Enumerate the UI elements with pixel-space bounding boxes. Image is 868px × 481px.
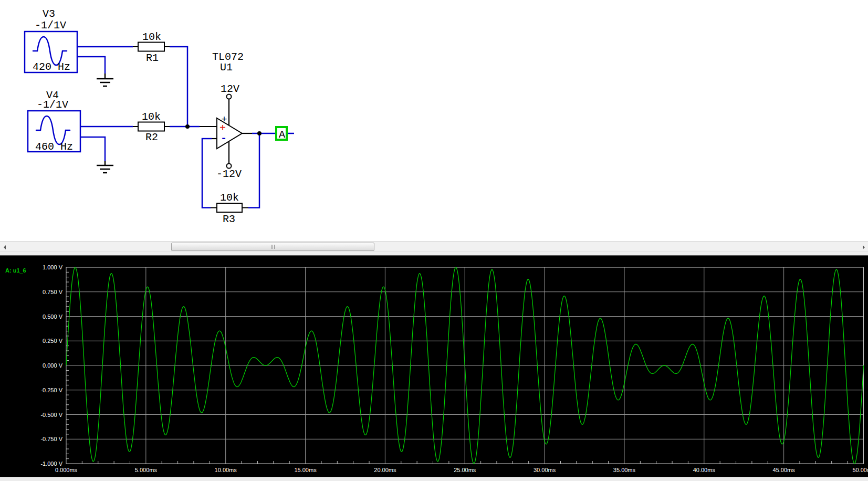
r1-body[interactable]	[138, 43, 164, 51]
svg-text:-0.500 V: -0.500 V	[40, 412, 62, 418]
opamp-vminus-label: -12V	[216, 168, 242, 180]
v4-range-label: -1/1V	[37, 99, 68, 111]
resistor-r1[interactable]: 10k R1	[133, 31, 170, 64]
svg-text:-0.250 V: -0.250 V	[40, 387, 62, 393]
probe-a[interactable]: A	[276, 127, 287, 141]
ground-symbol-v4[interactable]	[97, 161, 113, 173]
axis-ticks	[66, 272, 848, 464]
svg-text:0.250 V: 0.250 V	[43, 338, 63, 344]
r3-body[interactable]	[217, 203, 242, 212]
svg-text:30.00ms: 30.00ms	[534, 467, 556, 473]
r3-value-label: 10k	[220, 192, 239, 204]
svg-text:0.750 V: 0.750 V	[43, 289, 63, 295]
v3-range-label: -1/1V	[35, 19, 66, 32]
r3-name-label: R3	[223, 213, 235, 225]
bottom-strip	[0, 477, 868, 481]
waveform-panel[interactable]: 0.000ms5.000ms10.00ms15.00ms20.00ms25.00…	[0, 256, 868, 477]
scroll-left-arrow-icon	[4, 245, 6, 249]
scroll-right-button[interactable]	[859, 243, 868, 252]
svg-text:10.00ms: 10.00ms	[215, 467, 237, 473]
waveform-plot: 0.000ms5.000ms10.00ms15.00ms20.00ms25.00…	[0, 256, 868, 477]
resistor-r2[interactable]: 10k R2	[133, 111, 170, 143]
schematic-canvas[interactable]: V3 -1/1V 420 Hz V4 -1/1V 460 Hz 10k R1	[0, 0, 868, 241]
vplus-terminal[interactable]	[227, 95, 232, 99]
v4-freq-label: 460 Hz	[35, 141, 73, 153]
svg-text:1.000 V: 1.000 V	[43, 264, 63, 270]
scroll-left-button[interactable]	[0, 243, 9, 252]
svg-text:-0.750 V: -0.750 V	[40, 436, 62, 442]
r1-value-label: 10k	[142, 31, 161, 43]
horizontal-scrollbar[interactable]	[0, 242, 868, 252]
r2-body[interactable]	[138, 122, 164, 131]
svg-text:35.00ms: 35.00ms	[613, 467, 636, 473]
signal-legend: A: u1_6	[5, 267, 26, 274]
r2-name-label: R2	[145, 131, 158, 143]
r1-name-label: R1	[146, 52, 159, 64]
junction-dot-output	[257, 131, 262, 135]
svg-text:15.00ms: 15.00ms	[294, 467, 317, 473]
scrollbar-grip-icon	[271, 245, 275, 249]
scroll-right-arrow-icon	[863, 245, 865, 249]
panel-splitter[interactable]	[0, 252, 868, 256]
svg-text:25.00ms: 25.00ms	[454, 467, 476, 473]
svg-text:50.00ms: 50.00ms	[852, 467, 868, 473]
opamp-ref-label: U1	[220, 61, 233, 74]
svg-text:0.000ms: 0.000ms	[55, 467, 78, 473]
r2-value-label: 10k	[142, 111, 161, 123]
opamp-vplus-label: 12V	[221, 83, 239, 95]
source-v4[interactable]: V4 -1/1V 460 Hz	[28, 89, 80, 153]
v3-name-label: V3	[43, 8, 55, 20]
probe-a-label: A	[279, 129, 285, 141]
opamp-u1[interactable]: TL072 U1 12V + + - -12V	[200, 51, 252, 180]
y-axis-labels: 1.000 V0.750 V0.500 V0.250 V0.000 V-0.25…	[40, 264, 62, 467]
svg-text:0.000 V: 0.000 V	[43, 362, 63, 369]
svg-text:20.00ms: 20.00ms	[374, 467, 396, 473]
svg-text:45.00ms: 45.00ms	[773, 467, 796, 473]
junction-dot-input	[185, 124, 190, 129]
svg-text:40.00ms: 40.00ms	[693, 467, 716, 473]
v3-freq-label: 420 Hz	[33, 61, 70, 73]
scrollbar-thumb[interactable]	[171, 243, 374, 251]
svg-text:0.500 V: 0.500 V	[43, 313, 63, 320]
svg-text:5.000ms: 5.000ms	[135, 467, 158, 473]
x-axis-labels: 0.000ms5.000ms10.00ms15.00ms20.00ms25.00…	[55, 467, 868, 473]
app-window: V3 -1/1V 420 Hz V4 -1/1V 460 Hz 10k R1	[0, 0, 868, 481]
source-v3[interactable]: V3 -1/1V 420 Hz	[25, 8, 77, 73]
resistor-r3[interactable]: 10k R3	[211, 192, 248, 225]
opamp-inv-marker: -	[221, 132, 227, 144]
svg-text:-1.000 V: -1.000 V	[40, 461, 62, 467]
ground-symbol-v3[interactable]	[97, 74, 113, 86]
